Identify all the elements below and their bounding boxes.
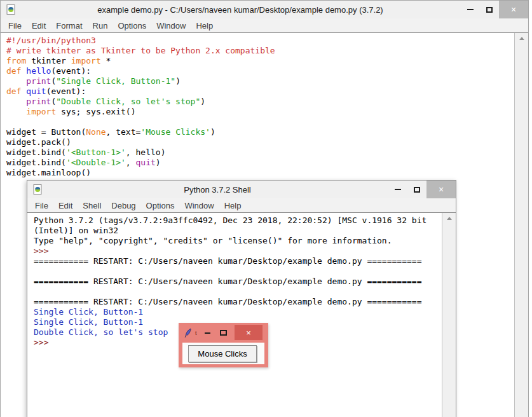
code-line: print("Double Click, so let's stop") (6, 97, 514, 107)
shell-line (34, 287, 442, 297)
shell-line: =========== RESTART: C:/Users/naveen kum… (34, 256, 442, 266)
menu-item-run[interactable]: Run (88, 21, 113, 31)
menu-item-format[interactable]: Format (51, 21, 87, 31)
shell-scrollbar[interactable] (442, 213, 456, 417)
tk-minimize-button[interactable] (205, 332, 210, 334)
editor-titlebar[interactable]: example demo.py - C:/Users/naveen kumar/… (1, 1, 528, 18)
maximize-icon (486, 7, 493, 13)
menu-item-file[interactable]: File (30, 201, 53, 210)
tk-feather-icon[interactable] (184, 328, 192, 338)
shell-minimize-button[interactable] (388, 181, 407, 198)
menu-item-debug[interactable]: Debug (106, 201, 140, 210)
shell-window-title: Python 3.7.2 Shell (46, 185, 388, 195)
shell-menubar: FileEditShellDebugOptionsWindowHelp (27, 198, 456, 212)
editor-menubar: FileEditFormatRunOptionsWindowHelp (1, 18, 528, 32)
menu-item-edit[interactable]: Edit (27, 21, 51, 31)
code-line: import sys; sys.exit() (6, 107, 514, 117)
code-line: widget.bind('<Button-1>', hello) (6, 147, 514, 158)
code-line: widget.mainloop() (6, 168, 514, 178)
code-line (6, 117, 514, 127)
editor-scrollbar[interactable] (514, 33, 528, 417)
scroll-up-icon[interactable] (442, 213, 456, 224)
shell-line (34, 266, 442, 277)
tk-client-area: Mouse Clicks (182, 343, 264, 364)
code-line: #!/usr/bin/python3 (6, 36, 514, 46)
shell-line: Single Click, Button-1 (34, 307, 442, 317)
editor-maximize-button[interactable] (480, 1, 499, 18)
maximize-icon (414, 187, 420, 193)
code-line: widget.pack() (6, 137, 514, 147)
code-line: # write tkinter as Tkinter to be Python … (6, 46, 514, 56)
shell-line: Type "help", "copyright", "credits" or "… (34, 236, 442, 246)
mouse-clicks-button[interactable]: Mouse Clicks (188, 345, 257, 362)
shell-close-button[interactable]: × (426, 181, 456, 198)
menu-item-help[interactable]: Help (191, 21, 218, 31)
code-line: def quit(event): (6, 86, 514, 97)
menu-item-edit[interactable]: Edit (53, 201, 78, 210)
shell-line: >>> (34, 246, 442, 256)
code-line: widget.bind('<Double-1>', quit) (6, 158, 514, 168)
minimize-icon (467, 9, 474, 10)
minimize-icon (395, 189, 401, 190)
shell-text-frame: Python 3.7.2 (tags/v3.7.2:9a3ffc0492, De… (27, 212, 456, 417)
desktop: example demo.py - C:/Users/naveen kumar/… (0, 0, 532, 417)
tk-widget-window: t × Mouse Clicks (179, 323, 268, 367)
shell-titlebar[interactable]: Python 3.7.2 Shell × (27, 181, 456, 198)
code-line: from tkinter import * (6, 56, 514, 66)
shell-maximize-button[interactable] (407, 181, 426, 198)
code-line: widget = Button(None, text='Mouse Clicks… (6, 127, 514, 137)
editor-minimize-button[interactable] (461, 1, 480, 18)
editor-window-title: example demo.py - C:/Users/naveen kumar/… (20, 5, 461, 15)
menu-item-file[interactable]: File (3, 21, 27, 31)
shell-output-area[interactable]: Python 3.7.2 (tags/v3.7.2:9a3ffc0492, De… (27, 213, 442, 417)
shell-line: (Intel)] on win32 (34, 226, 442, 236)
tk-maximize-button[interactable] (220, 330, 227, 336)
menu-item-window[interactable]: Window (151, 21, 191, 31)
idle-app-icon[interactable] (6, 4, 16, 15)
menu-item-options[interactable]: Options (113, 21, 151, 31)
shell-line: =========== RESTART: C:/Users/naveen kum… (34, 297, 442, 307)
scroll-up-icon[interactable] (515, 33, 528, 44)
idle-app-icon[interactable] (33, 184, 43, 195)
code-line: def hello(event): (6, 66, 514, 76)
tk-window-title: t (195, 330, 197, 336)
menu-item-help[interactable]: Help (219, 201, 247, 210)
menu-item-shell[interactable]: Shell (78, 201, 106, 210)
tk-close-button[interactable]: × (235, 325, 263, 340)
shell-line: =========== RESTART: C:/Users/naveen kum… (34, 277, 442, 287)
menu-item-options[interactable]: Options (141, 201, 180, 210)
python-shell-window: Python 3.7.2 Shell × FileEditShellDebugO… (27, 180, 456, 417)
code-line: print("Single Click, Button-1") (6, 76, 514, 86)
menu-item-window[interactable]: Window (179, 201, 219, 210)
tk-titlebar[interactable]: t × (179, 323, 268, 341)
editor-close-button[interactable]: × (499, 1, 528, 18)
shell-line: Python 3.7.2 (tags/v3.7.2:9a3ffc0492, De… (34, 215, 442, 226)
